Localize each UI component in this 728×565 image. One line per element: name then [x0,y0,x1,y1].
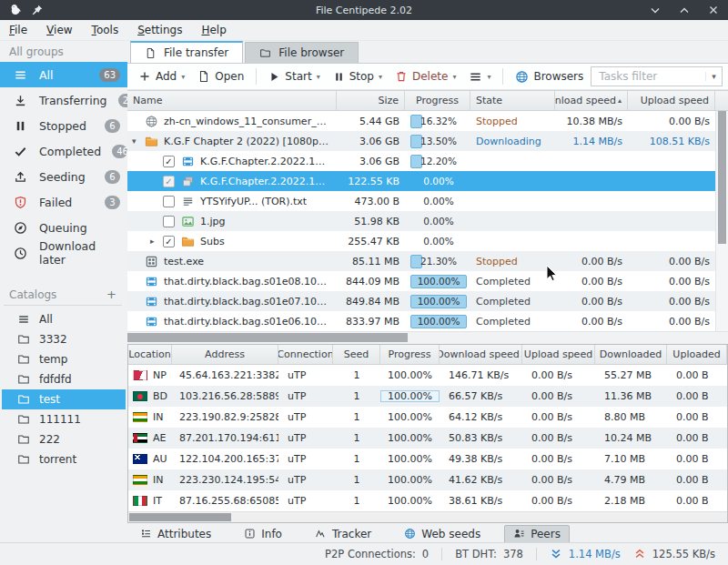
add-dropdown-caret[interactable]: ▾ [181,73,185,81]
more-menu-button[interactable]: ▾ [463,68,496,86]
file-checkbox[interactable]: ✓ [163,176,175,187]
menu-item-tools[interactable]: Tools [92,24,119,36]
menu-item-help[interactable]: Help [201,24,226,36]
vertical-scrollbar[interactable] [715,111,728,331]
detail-tab-web-seeds[interactable]: Web seeds [395,525,490,543]
expander-icon[interactable]: ▸ [150,237,163,246]
peer-row[interactable]: IN223.230.124.195:54348uTP1100.00%41.62 … [128,469,727,490]
file-checkbox[interactable]: ✓ [163,236,175,247]
catalog-item-all[interactable]: All [2,309,126,329]
menu-item-file[interactable]: File [9,24,27,36]
sidebar-item-transferring[interactable]: Transferring2 [0,87,127,113]
peers-column-header-seed[interactable]: Seed [333,345,380,364]
pin-icon[interactable] [31,3,44,17]
expander-icon[interactable]: ▾ [132,136,145,146]
transfer-row[interactable]: ▾K.G.F Chapter 2 (2022) [1080p] [WEBRip]… [127,131,715,151]
catalog-item-111111[interactable]: 111111 [2,409,126,429]
peers-column-header-download-speed[interactable]: Download speed▴ [440,345,522,364]
start-dropdown-caret[interactable]: ▾ [317,73,320,81]
add-catalog-button[interactable]: + [106,288,116,301]
file-name: YTSYifyUP... (TOR).txt [200,196,307,207]
horizontal-scrollbar[interactable] [127,331,728,343]
transfer-row[interactable]: 1.jpg51.98 KB0.00% [127,211,715,231]
peers-column-header-uploaded[interactable]: Uploaded [667,345,727,364]
peer-downloaded: 55.27 MB [595,369,667,381]
menu-item-view[interactable]: View [46,24,72,36]
close-button[interactable] [706,3,721,17]
peer-row[interactable]: IT87.16.255.68:65085uTP1100.00%38.61 KB/… [128,490,727,511]
state: Completed [470,316,555,328]
peer-row[interactable]: AU122.104.200.165:37738uTP1100.00%49.38 … [128,449,727,469]
maximize-button[interactable] [677,3,692,17]
delete-button[interactable]: Delete▾ [389,68,461,85]
file-checkbox[interactable] [163,196,175,207]
peer-row[interactable]: BD103.216.56.28:58896uTP1100.00%66.57 KB… [128,386,727,407]
vertical-scrollbar-thumb[interactable] [718,111,726,244]
detail-tab-attributes[interactable]: Attributes [131,525,220,543]
catalog-item-fdfdfd[interactable]: fdfdfd [2,369,126,389]
tab-file-browser[interactable]: File browser [245,42,359,63]
peers-column-header-address[interactable]: Address [172,345,278,364]
file-size: 51.98 KB [337,216,405,227]
detail-tab-info[interactable]: Info [235,525,291,543]
download-icon [13,94,28,107]
sidebar-item-seeding[interactable]: Seeding6 [0,164,127,189]
column-header-name[interactable]: Name [127,91,337,110]
minimize-button[interactable] [648,3,662,17]
catalog-item-3332[interactable]: 3332 [2,329,126,349]
sidebar-item-completed[interactable]: Completed46 [0,138,127,164]
tab-file-transfer[interactable]: File transfer [130,41,243,63]
column-header-size[interactable]: Size [337,91,405,110]
transfer-row[interactable]: that.dirty.black.bag.s01e06.1080p.web.h2… [127,311,715,331]
sidebar-item-download-later[interactable]: Download later [0,240,127,266]
file-checkbox[interactable] [163,216,175,227]
add-button[interactable]: Add▾ [133,68,190,85]
filters-list: All63Transferring2Stopped6Completed46See… [0,62,127,266]
open-button[interactable]: Open [192,68,249,85]
peers-horizontal-scrollbar[interactable] [128,511,727,522]
peers-column-header-upload-speed[interactable]: Upload speed [522,345,595,364]
column-header-download-speed[interactable]: Download speed▴ [555,91,628,110]
detail-tab-label: Peers [531,528,561,540]
menu-item-settings[interactable]: Settings [137,24,182,36]
column-header-upload-speed[interactable]: Upload speed [628,91,715,110]
filter-dropdown-caret[interactable]: ▾ [705,72,722,81]
peer-row[interactable]: IN223.190.82.9:25828uTP1100.00%64.12 KB/… [128,407,727,428]
transfer-row[interactable]: ▸✓Subs255.47 KB0.00% [127,231,715,251]
sidebar-item-failed[interactable]: Failed3 [0,189,127,215]
peers-column-header-progress[interactable]: Progress [380,345,440,364]
peers-horizontal-scrollbar-thumb[interactable] [129,513,231,521]
catalog-item-temp[interactable]: temp [2,349,126,369]
sidebar-item-stopped[interactable]: Stopped6 [0,113,127,138]
peer-row[interactable]: AE87.201.170.194:61186uTP1100.00%50.83 K… [128,428,727,449]
file-checkbox[interactable]: ✓ [163,156,175,167]
transfer-row[interactable]: YTSYifyUP... (TOR).txt473.00 B0.00% [127,191,715,211]
catalog-item-222[interactable]: 222 [2,429,126,449]
delete-dropdown-caret[interactable]: ▾ [452,73,456,81]
sidebar-item-queuing[interactable]: Queuing [0,215,127,240]
horizontal-scrollbar-thumb[interactable] [127,333,408,342]
peers-column-header-location[interactable]: Location [128,345,172,364]
transfer-row[interactable]: that.dirty.black.bag.s01e07.1080p.web.h2… [127,291,715,311]
transfer-row[interactable]: ✓K.G.F.Chapter.2.2022.1080p.WEBRip.x…3.0… [127,151,715,171]
sidebar-item-all[interactable]: All63 [0,62,127,87]
transfer-row[interactable]: test.exe85.11 MB21.30%Stopped0.00 B/s0.0… [127,251,715,271]
catalog-item-torrent[interactable]: torrent [2,449,126,469]
transfer-row[interactable]: zh-cn_windows_11_consumer_editions_upd…5… [127,111,715,131]
peers-column-header-downloaded[interactable]: Downloaded [595,345,667,364]
transfer-row[interactable]: that.dirty.black.bag.s01e08.1080p.web.h2… [127,271,715,291]
column-header-progress[interactable]: Progress [405,91,470,110]
detail-tab-peers[interactable]: Peers [504,525,570,543]
peer-row[interactable]: NP45.64.163.221:33822uTP1100.00%146.71 K… [128,365,727,386]
peers-column-header-connection[interactable]: Connection [278,345,333,364]
catalog-item-test[interactable]: test [2,389,126,409]
more-dropdown-caret[interactable]: ▾ [487,73,490,81]
stop-dropdown-caret[interactable]: ▾ [379,73,382,81]
column-header-state[interactable]: State [470,91,555,110]
start-button[interactable]: Start▾ [263,68,325,85]
tasks-filter-combobox[interactable]: Tasks filter ▾ [591,66,723,86]
browsers-button[interactable]: Browsers [510,68,589,86]
stop-button[interactable]: Stop▾ [328,68,388,85]
transfer-row[interactable]: ✓K.G.F.Chapter.2.2022.1080p.WEBRip.x…122… [127,171,715,191]
detail-tab-tracker[interactable]: Tracker [306,525,380,543]
